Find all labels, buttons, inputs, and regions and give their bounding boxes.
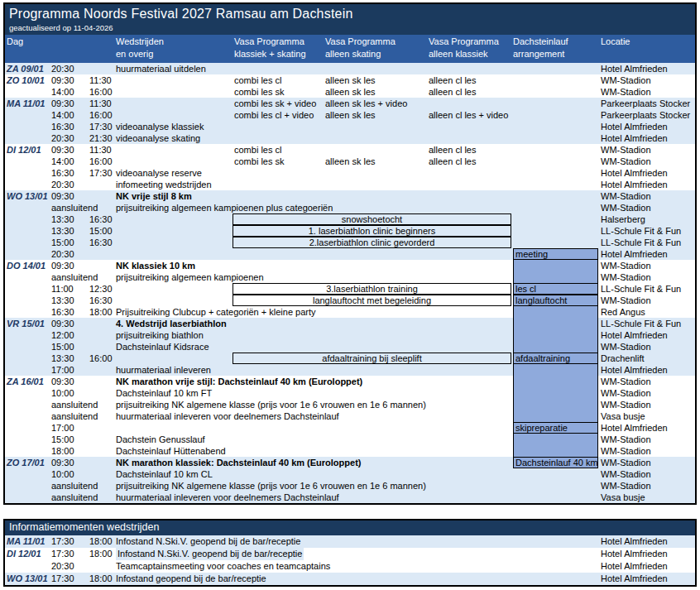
day-label: MA 11/01 [7, 98, 45, 109]
schedule-row[interactable]: 17:00huurmateriaal inleverenHotel Almfri… [5, 364, 695, 376]
dachstein-arrangement-cell [513, 434, 598, 445]
activity: Dachsteinlauf 10 km CL [116, 468, 213, 480]
dachstein-arrangement-cell: afdaaltraining [513, 353, 598, 364]
schedule-row[interactable]: aansluitendprijsuitreiking NK algemene k… [5, 480, 695, 492]
schedule-row[interactable]: 17:00skipreparatieHotel Almfrieden [5, 422, 695, 434]
schedule-row[interactable]: 13:3016:30langlauftocht met begeleidingl… [5, 295, 695, 306]
activity: huurmateriaal inleveren voor deelnemers … [116, 410, 339, 422]
schedule-row[interactable]: 10:00Dachsteinlauf 10 km FTWM-Stadion [5, 387, 695, 399]
activity: Dachsteinlauf 10 km FT [116, 387, 212, 399]
activity: videoanalyse skating [116, 132, 200, 144]
schedule-row[interactable]: 14:0016:00combi les cl + videoalleen sk … [5, 109, 695, 121]
time-start: 20:30 [51, 560, 74, 573]
activity: NK klassiek 10 km [116, 260, 195, 271]
column-header-row: Dag Wedstrijdenen overig Vasa Programmak… [5, 35, 695, 63]
time-end: 16:30 [89, 295, 113, 306]
time-end: 15:00 [89, 225, 113, 237]
schedule-row[interactable]: MA 11/0109:3011:30combi les sk + videoal… [5, 98, 695, 109]
time-start: 11:00 [51, 283, 74, 295]
schedule-row[interactable]: VR 15/0109:304. Wedstrijd laserbiathlonL… [5, 318, 695, 329]
schedule-row[interactable]: 14:0016:00combi les skalleen sk lesallee… [5, 156, 695, 167]
schedule-row[interactable]: 20:30infomeeting wedstrijdenHotel Almfri… [5, 179, 695, 190]
event-box: afdaaltraining bij sleeplift [233, 353, 511, 364]
schedule-row[interactable]: 15:0016:302.laserbiathlon clinic gevorde… [5, 237, 695, 248]
time-start: 17:30 [51, 548, 74, 560]
time-start: 20:30 [51, 248, 74, 260]
time-start: 17:30 [51, 535, 74, 548]
schedule-row[interactable]: 20:30meetingHotel Almfrieden [5, 248, 695, 260]
schedule-row[interactable]: 16:3017:30videoanalyse reserveHotel Almf… [5, 167, 695, 179]
time-start: 13:30 [51, 353, 74, 364]
schedule-row[interactable]: 16:3018:00Prijsuitreiking Clubcup + cate… [5, 306, 695, 318]
location: LL-Schule Fit & Fun [601, 237, 681, 248]
location: Parkeerplaats Stocker [601, 98, 690, 109]
schedule-row[interactable]: aansluitendprijsuitreiking algemeen kamp… [5, 271, 695, 283]
vasa-alleen-klassiek: alleen cl les [429, 74, 476, 86]
schedule-row[interactable]: 15:00Dachsteinlauf KidsraceWM-Stadion [5, 341, 695, 353]
schedule-row[interactable]: ZO 10/0109:3011:30combi les clalleen sk … [5, 74, 695, 86]
dachstein-arrangement-cell: langlauftocht [513, 295, 598, 306]
schedule-row[interactable]: 13:3016:30snowshoetochtHalserberg [5, 213, 695, 225]
day-label: ZA 16/01 [7, 376, 44, 387]
location: Hotel Almfrieden [601, 364, 668, 376]
info-row[interactable]: 20:30Teamcaptainsmeeting voor coaches en… [5, 560, 695, 573]
info-section-title: Informatiemomenten wedstrijden [5, 520, 695, 535]
dachstein-arrangement-cell: skipreparatie [513, 422, 598, 434]
info-row[interactable]: MA 11/0117:3018:00Infostand N.Ski.V. geo… [5, 535, 695, 548]
event-box: 2.laserbiathlon clinic gevorderd [233, 237, 511, 248]
location: Hotel Almfrieden [601, 121, 668, 132]
vasa-alleen-skating: alleen sk les [325, 74, 376, 86]
vasa-alleen-skating: alleen sk les + video [325, 98, 407, 109]
time-start: 15:00 [51, 237, 74, 248]
time-start: 17:30 [51, 573, 74, 585]
schedule-row[interactable]: 14:0016:00combi les skalleen sk lesallee… [5, 86, 695, 98]
day-label: WO 13/01 [7, 190, 48, 202]
location: LL-Schule Fit & Fun [601, 283, 681, 295]
day-label: DI 12/01 [7, 548, 41, 560]
day-label: DI 12/01 [7, 144, 41, 156]
schedule-row[interactable]: 11:0012:303.laserbiathlon trainingles cl… [5, 283, 695, 295]
schedule-row[interactable]: aansluitendprijsuitreiking algemeen kamp… [5, 202, 695, 213]
schedule-row[interactable]: 13:3016:00afdaaltraining bij sleepliftaf… [5, 353, 695, 364]
column-header-label: Vasa Programma [429, 36, 499, 48]
time-start: aansluitend [51, 480, 98, 492]
schedule-row[interactable]: 16:3017:30videoanalyse klassiekHotel Alm… [5, 121, 695, 132]
location: Halserberg [601, 213, 645, 225]
schedule-row[interactable]: DO 14/0109:30NK klassiek 10 kmWM-Stadion [5, 260, 695, 271]
location: WM-Stadion [601, 480, 651, 492]
schedule-row[interactable]: aansluitendhuurmateriaal inleveren voor … [5, 410, 695, 422]
location: WM-Stadion [601, 86, 651, 98]
location: Hotel Almfrieden [601, 329, 668, 341]
info-row[interactable]: WO 13/0117:3018:00Infostand geopend bij … [5, 573, 695, 585]
schedule-row[interactable]: 20:3021:30videoanalyse skatingHotel Almf… [5, 132, 695, 144]
time-end: 17:30 [89, 167, 113, 179]
location: Hotel Almfrieden [601, 422, 668, 434]
dachstein-arrangement-cell: Dachsteinlauf 40 km [513, 457, 598, 468]
schedule-row[interactable]: WO 13/0109:30NK vrije stijl 8 kmWM-Stadi… [5, 190, 695, 202]
location: WM-Stadion [601, 202, 651, 213]
schedule-row[interactable]: ZO 17/0109:30NK marathon klassiek: Dachs… [5, 457, 695, 468]
info-row[interactable]: DI 12/0117:3018:00Infostand N.Ski.V. geo… [5, 548, 695, 560]
column-header-label: arrangement [513, 48, 568, 60]
day-label: WO 13/01 [7, 573, 48, 585]
schedule-row[interactable]: 15:00Dachstein GenusslaufWM-Stadion [5, 434, 695, 445]
time-start: 17:00 [51, 364, 74, 376]
schedule-row[interactable]: ZA 09/0120:30huurmateriaal uitdelenHotel… [5, 63, 695, 74]
dachstein-arrangement-cell [513, 341, 598, 353]
schedule-row[interactable]: ZA 16/0109:30NK marathon vrije stijl: Da… [5, 376, 695, 387]
dachstein-arrangement-cell [513, 260, 598, 271]
column-header-dag: Dag [7, 36, 23, 48]
schedule-row[interactable]: aansluitendhuurmateriaal inleveren voor … [5, 492, 695, 503]
time-end: 16:30 [89, 213, 113, 225]
activity: prijsuitreiking NK algemene klasse (prij… [116, 480, 426, 492]
vasa-alleen-skating: alleen sk les [325, 109, 376, 121]
schedule-row[interactable]: 13:3015:001. laserbiathlon clinic beginn… [5, 225, 695, 237]
schedule-row[interactable]: 12:00prijsuitreiking biathlonHotel Almfr… [5, 329, 695, 341]
schedule-row[interactable]: 10:00Dachsteinlauf 10 km CLWM-Stadion [5, 468, 695, 480]
vasa-klassiek-skating: combi les sk [234, 86, 285, 98]
location: WM-Stadion [601, 399, 651, 410]
info-description: Teamcaptainsmeeting voor coaches en team… [116, 560, 330, 573]
schedule-row[interactable]: DI 12/0109:3011:30combi les clalleen cl … [5, 144, 695, 156]
schedule-row[interactable]: aansluitendprijsuitreiking NK algemene k… [5, 399, 695, 410]
schedule-row[interactable]: 18:00Dachsteinlauf HüttenabendWM-Stadion [5, 445, 695, 457]
